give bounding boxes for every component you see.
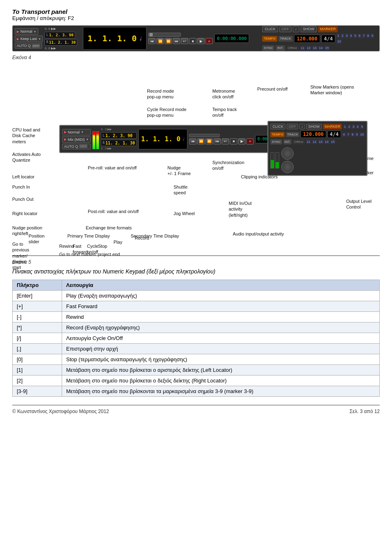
level-meters xyxy=(92,129,99,149)
left-locator-display[interactable]: L 1. 2. 3. 90 xyxy=(45,32,75,38)
ann-output-level: Output LevelControl xyxy=(346,198,372,210)
record-btn[interactable]: ● xyxy=(205,38,213,44)
primary-time-display[interactable]: 1. 1. 1. 0 ♩ xyxy=(83,27,147,50)
marker-num-1[interactable]: 1 xyxy=(336,33,340,38)
tempo-value-display[interactable]: 120.000 xyxy=(294,35,321,43)
right-locator-display[interactable]: R 11. 2. 1. 30 xyxy=(45,39,77,46)
diag-marker-btn[interactable]: MARKER xyxy=(323,124,342,129)
diag-normal-btn[interactable]: ▶ Normal ▼ xyxy=(62,129,91,136)
diag-rew-btn[interactable]: ⏪ xyxy=(197,138,205,144)
secondary-time-display[interactable]: 0:00:00.000 xyxy=(214,34,249,43)
rewind-btn[interactable]: ⏪ xyxy=(156,38,164,44)
diag-stop-btn[interactable]: ■ xyxy=(230,138,237,144)
click-off-btn[interactable]: OFF xyxy=(279,26,292,32)
ann-pre-roll: Pre-roll: value and on/off xyxy=(88,165,137,171)
marker-num-10[interactable]: 10 xyxy=(336,39,342,44)
diag-right-loc[interactable]: R 11. 2. 1. 30 xyxy=(101,140,136,146)
marker-num-3[interactable]: 3 xyxy=(345,33,348,38)
action-cell: Επιστροφή στην αρχή xyxy=(62,344,379,354)
diag-sync-btn[interactable]: SYNC xyxy=(270,139,282,144)
output-knob[interactable] xyxy=(281,147,294,160)
ann-nudge-frame: Nudge+/- 1 Frame xyxy=(167,165,191,177)
diag-start-btn[interactable]: ⏮ xyxy=(189,138,196,144)
ann-secondary-disp: Secondary Time Display xyxy=(131,233,179,239)
ann-position-slider: Positionslider xyxy=(29,233,45,245)
off-badge: OFF xyxy=(32,44,40,48)
ann-rewind-lbl: Rewind xyxy=(59,243,74,249)
marker-num-5[interactable]: 5 xyxy=(354,33,357,38)
diag-end-btn[interactable]: ⏭ xyxy=(214,138,221,144)
marker-num-4[interactable]: 4 xyxy=(349,33,352,38)
diag-tempo-val[interactable]: 120.000 xyxy=(301,131,326,138)
diag-play-btn[interactable]: ▶ xyxy=(238,138,245,144)
marker-num-2[interactable]: 2 xyxy=(341,33,344,38)
diag-rec-btn[interactable]: ● xyxy=(246,138,254,144)
track-label-badge: TRACK xyxy=(278,36,293,42)
auto-q-btn[interactable]: AUTO Q OFF xyxy=(15,43,42,49)
marker-label: MARKER xyxy=(320,27,336,31)
ann-stop-lbl: Stop xyxy=(98,243,107,249)
marker-num-14[interactable]: 14 xyxy=(318,46,323,51)
diag-tempo-row: TEMPO TRACK 120.000 4/4 6 7 8 9 10 xyxy=(270,131,365,138)
diag-timesig[interactable]: 4/4 xyxy=(327,131,341,138)
ann-go-next: Go to next marker/ project end xyxy=(59,251,120,257)
output-knob2[interactable] xyxy=(281,161,294,173)
action-cell: Record (Εναρξη ηχογράφησης) xyxy=(62,322,379,333)
normal-icon: ▶ xyxy=(17,30,19,33)
key-cell: [2] xyxy=(13,376,62,386)
fast-forward-btn[interactable]: ⏩ xyxy=(165,38,172,44)
diag-pos-slider[interactable] xyxy=(189,134,220,137)
marker-num-13[interactable]: 13 xyxy=(312,46,317,51)
sync-label-badge: SYNC xyxy=(262,45,274,51)
ann-midi-in-out: MIDI In/Outactivity(left/right) xyxy=(229,200,252,218)
diag-fwd-btn[interactable]: ⏩ xyxy=(205,138,213,144)
action-cell: Play (Εναρξη αναπαραγωγής) xyxy=(62,291,379,301)
action-cell: Μετάβαση στο σημείο που βρίσκονται τα μα… xyxy=(62,386,379,397)
table-row: [1]Μετάβαση στο σημείο που βρίσκεται ο α… xyxy=(13,365,380,376)
diagram-transport-panel: ▶ Normal ▼ ▶ Mix (MIDI) ▼ AUTO Q OFF 0 .… xyxy=(59,125,291,153)
diag-mix-btn[interactable]: ▶ Mix (MIDI) ▼ xyxy=(62,136,91,143)
marker-num-11[interactable]: 11 xyxy=(300,46,305,51)
ann-audio-io: Audio input/output activity xyxy=(233,231,284,237)
show-btn[interactable]: SHOW xyxy=(301,26,317,32)
click-btn[interactable]: CLICK xyxy=(262,26,278,32)
keep-last-mode-btn[interactable]: ▶ Keep Last ▼ xyxy=(15,36,43,42)
marker-badge[interactable]: MARKER xyxy=(318,26,338,32)
loc-left-value: 1. 2. 3. 90 xyxy=(49,33,74,37)
auto-q-row: AUTO Q OFF xyxy=(15,43,42,49)
diag-metro-icon[interactable]: ♪ xyxy=(299,124,305,129)
metronome-icon-btn[interactable]: ♪ xyxy=(293,26,299,32)
cycle-btn[interactable]: ↩ xyxy=(181,38,188,44)
marker-num-9[interactable]: 9 xyxy=(371,33,374,38)
midi-meter-l xyxy=(270,152,274,169)
auto-q-label: AUTO Q xyxy=(17,44,31,48)
play-arrow-btn[interactable]: ▶ xyxy=(197,38,205,44)
stop-btn[interactable]: ■ xyxy=(189,38,196,44)
marker-num-15[interactable]: 15 xyxy=(324,46,330,51)
go-to-start-btn[interactable]: ⏮ xyxy=(148,38,156,44)
key-cell: [*] xyxy=(13,322,62,333)
marker-num-12[interactable]: 12 xyxy=(306,46,312,51)
mode-segment: ▶ Normal ▼ ▶ Keep Last ▼ AUTO Q OFF xyxy=(15,28,43,49)
position-slider[interactable] xyxy=(148,33,181,37)
diag-click-off[interactable]: OFF xyxy=(287,124,298,129)
diag-cycle-btn[interactable]: ↩ xyxy=(222,138,229,144)
diag-auto-q-btn[interactable]: AUTO Q OFF xyxy=(62,144,91,149)
page-header: To Transport panel Εμφάνιση / απόκρυψη: … xyxy=(12,8,380,21)
marker-num-8[interactable]: 8 xyxy=(366,33,370,38)
diag-click-btn[interactable]: CLICK xyxy=(270,124,285,129)
diag-int-btn[interactable]: INT. xyxy=(283,139,292,144)
table-row: [*]Record (Εναρξη ηχογράφησης) xyxy=(13,322,380,333)
table-row: [0]Stop (τερματισμός αναπαραγωγής ή ηχογ… xyxy=(13,354,380,365)
col-action-header: Λειτουργία xyxy=(62,280,379,291)
time-sig-display[interactable]: 4/4 xyxy=(321,35,335,43)
normal-mode-btn[interactable]: ▶ Normal ▼ xyxy=(15,28,38,35)
meter-right xyxy=(96,131,99,149)
diag-left-loc[interactable]: L 1. 2. 3. 90 xyxy=(101,132,136,139)
marker-num-6[interactable]: 6 xyxy=(358,33,361,38)
int-label-badge: INT. xyxy=(276,45,285,51)
marker-num-7[interactable]: 7 xyxy=(362,33,365,38)
diag-show-btn[interactable]: SHOW xyxy=(306,124,322,129)
diag-primary-time[interactable]: 1. 1. 1. 0 ♩ xyxy=(138,129,188,149)
go-to-end-btn[interactable]: ⏭ xyxy=(173,38,180,44)
